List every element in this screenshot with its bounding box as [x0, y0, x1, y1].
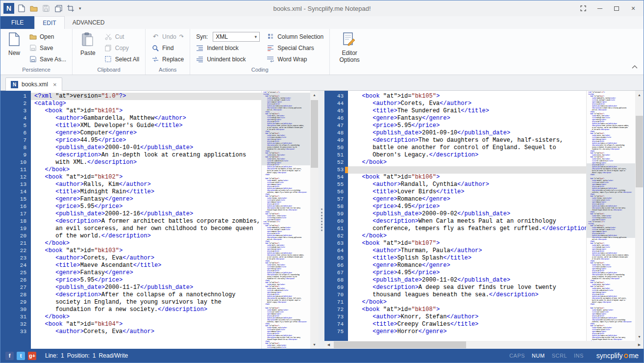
replace-button[interactable]: Replace [149, 54, 186, 64]
code-line[interactable]: society in England, the young survivors … [31, 299, 261, 306]
code-line[interactable]: <title>The Sundered Grail</title> [348, 107, 586, 115]
code-line[interactable]: battle one another for control of Englan… [348, 144, 586, 152]
code-line[interactable]: <title>Maeve Ascendant</title> [31, 262, 261, 269]
code-line[interactable]: </book> [31, 240, 261, 247]
code-line[interactable]: <publish_date>2000-12-16</publish_date> [31, 210, 261, 218]
code-line[interactable]: <price>4.95</price> [348, 203, 586, 210]
code-line[interactable]: <title>XML Developer's Guide</title> [31, 122, 261, 130]
tab-file[interactable]: FILE [0, 16, 34, 29]
code-line[interactable]: <author>Gambardella, Matthew</author> [31, 115, 261, 122]
select-all-button[interactable]: Select All [102, 54, 141, 64]
qat-customize-chevron-icon[interactable]: ▾ [78, 6, 82, 11]
code-line[interactable]: <genre>Horror</genre> [348, 328, 586, 336]
horizontal-scrollbar[interactable]: ◀ ▶ [324, 341, 644, 349]
code-line[interactable]: <description>After the collapse of a nan… [31, 291, 261, 299]
code-line[interactable]: Oberon's Legacy.</description> [348, 152, 586, 159]
vertical-scrollbar[interactable]: ▲ ▼ [635, 91, 644, 341]
tab-advanced[interactable]: ADVANCED [65, 16, 113, 29]
scroll-down-arrow[interactable]: ▼ [635, 333, 644, 341]
minimap-viewport[interactable] [262, 93, 310, 165]
code-line[interactable]: <?xml "at">version="1.0"?> [31, 93, 261, 100]
code-line[interactable]: </book> [31, 166, 261, 174]
redo-icon[interactable]: ↷ [179, 34, 184, 39]
code-line[interactable]: <publish_date>2000-09-02</publish_date> [348, 210, 586, 218]
syntax-dropdown[interactable]: XML▾ [213, 32, 260, 42]
twitter-icon[interactable]: t [17, 352, 25, 360]
code-line[interactable]: <book "at">id="bk105"> [348, 93, 586, 100]
facebook-icon[interactable]: f [5, 352, 14, 360]
new-document-icon[interactable] [17, 3, 26, 14]
scroll-down-arrow[interactable]: ▼ [310, 340, 319, 349]
code-line[interactable]: <description>An in-depth look at creatin… [31, 152, 261, 159]
scroll-right-arrow[interactable]: ▶ [635, 341, 644, 349]
scrollbar-thumb[interactable] [311, 100, 318, 168]
code-line[interactable]: <author>Corets, Eva</author> [348, 100, 586, 107]
line-number-gutter[interactable]: 1234567891011121314151617181920212223242… [0, 91, 31, 349]
code-line[interactable]: <author>Ralls, Kim</author> [31, 181, 261, 188]
tab-edit[interactable]: EDIT [34, 16, 64, 29]
code-line[interactable]: </book> [348, 159, 586, 166]
code-line[interactable] [348, 166, 586, 174]
save-as-button[interactable]: Save As... [27, 54, 68, 64]
minimap[interactable]: <?xml "at">version="1.0"?><catalog> <boo… [586, 91, 635, 341]
vertical-scrollbar[interactable]: ▲ ▼ [310, 91, 319, 349]
code-line[interactable]: <publish_date>2000-10-01</publish_date> [31, 144, 261, 152]
code-line[interactable]: with XML.</description> [31, 159, 261, 166]
code-line[interactable]: <title>Lover Birds</title> [348, 188, 586, 196]
save-button[interactable]: Save [27, 43, 68, 53]
code-line[interactable]: <title>Splish Splash</title> [348, 255, 586, 262]
code-line[interactable]: <price>44.95</price> [31, 137, 261, 144]
open-folder-icon[interactable] [29, 3, 39, 14]
minimize-button[interactable]: ─ [593, 2, 607, 14]
code-line[interactable]: conference, tempers fly as feathers get … [348, 225, 586, 233]
code-line[interactable]: foundation for a new society.</descripti… [31, 306, 261, 313]
minimap-viewport[interactable] [587, 163, 635, 238]
code-area[interactable]: <?xml "at">version="1.0"?><catalog> <boo… [31, 91, 261, 349]
cut-button[interactable]: Cut [102, 31, 141, 42]
code-line[interactable]: <description>A deep sea diver finds true… [348, 284, 586, 291]
code-line[interactable]: <book "at">id="bk107"> [348, 240, 586, 247]
scroll-up-arrow[interactable]: ▲ [310, 91, 319, 99]
code-line[interactable]: <author>Corets, Eva</author> [31, 255, 261, 262]
close-button[interactable]: × [626, 2, 641, 14]
find-button[interactable]: Find [149, 43, 186, 53]
code-line[interactable]: <description>A former architect battles … [31, 218, 261, 225]
code-line[interactable]: <author>Knorr, Stefan</author> [348, 313, 586, 321]
code-line[interactable]: an evil sorceress, and her own childhood… [31, 225, 261, 233]
copy-pages-icon[interactable] [53, 3, 63, 14]
save-icon[interactable] [41, 3, 51, 14]
minimap[interactable]: <?xml "at">version="1.0"?><catalog> <boo… [261, 91, 310, 349]
code-line[interactable]: <book "at">id="bk101"> [31, 107, 261, 115]
copy-button[interactable]: Copy [102, 43, 141, 53]
google-plus-icon[interactable]: g+ [28, 352, 36, 360]
code-line[interactable]: <author>Randall, Cynthia</author> [348, 181, 586, 188]
editor-options-button[interactable]: Editor Options [334, 30, 365, 74]
code-line[interactable]: <price>5.95</price> [31, 203, 261, 210]
maximize-button[interactable] [609, 2, 624, 14]
close-tab-icon[interactable]: × [53, 81, 57, 88]
code-line[interactable]: <book "at">id="bk104"> [31, 321, 261, 328]
code-line[interactable]: <title>Midnight Rain</title> [31, 188, 261, 196]
code-line[interactable]: <price>4.95</price> [348, 269, 586, 277]
code-line[interactable]: <catalog> [31, 100, 261, 107]
code-line[interactable]: <publish_date>2001-09-10</publish_date> [348, 130, 586, 137]
code-line[interactable]: <genre>Fantasy</genre> [31, 196, 261, 203]
code-line[interactable]: </book> [348, 233, 586, 240]
paste-button[interactable]: Paste [76, 30, 99, 66]
code-line[interactable]: <publish_date>2000-11-17</publish_date> [31, 284, 261, 291]
code-line[interactable]: </book> [348, 299, 586, 306]
scrollbar-thumb[interactable] [334, 341, 466, 348]
new-button[interactable]: New [4, 30, 24, 66]
code-line[interactable]: <genre>Computer</genre> [31, 130, 261, 137]
scroll-left-arrow[interactable]: ◀ [324, 341, 333, 349]
collapse-ribbon-icon[interactable] [632, 62, 638, 71]
fullscreen-button[interactable] [576, 2, 591, 14]
scrollbar-thumb[interactable] [636, 116, 643, 187]
code-line[interactable]: <genre>Romance</genre> [348, 196, 586, 203]
code-line[interactable]: <price>5.95</price> [31, 277, 261, 284]
code-line[interactable]: <author>Corets, Eva</author> [31, 328, 261, 336]
code-line[interactable]: <author>Thurman, Paula</author> [348, 247, 586, 255]
special-chars-button[interactable]: Special Chars [265, 43, 325, 53]
code-line[interactable]: <book "at">id="bk103"> [31, 247, 261, 255]
undo-button[interactable]: ↶Undo↷ [149, 31, 186, 42]
